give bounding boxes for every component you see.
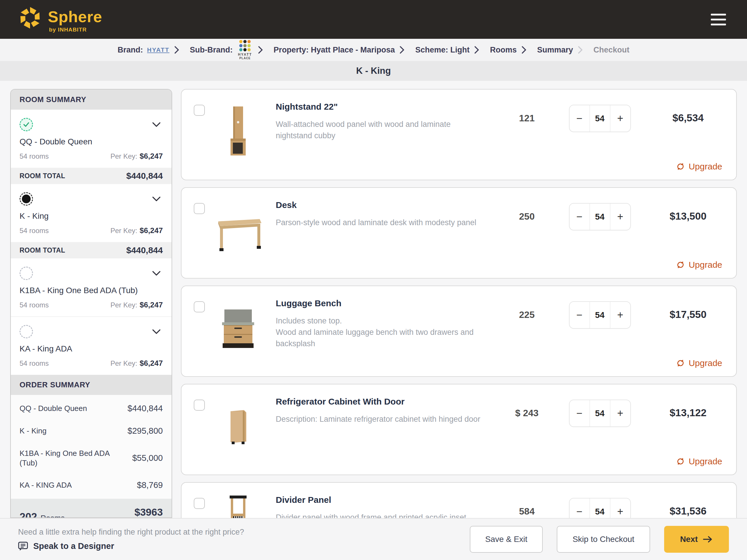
breadcrumb-rooms[interactable]: Rooms xyxy=(490,46,527,55)
room-item-ka[interactable]: KA - King ADA 54 rooms Per Key:$6,247 xyxy=(11,317,172,375)
per-key-value: $6,247 xyxy=(139,300,163,309)
refrigerator-cabinet-image xyxy=(205,384,271,475)
room-count: 54 rooms xyxy=(20,152,49,160)
desk-image xyxy=(205,188,271,278)
brand-label: Brand: xyxy=(118,46,143,55)
per-key-value: $6,247 xyxy=(139,152,163,160)
room-name: QQ - Double Queen xyxy=(20,137,163,146)
upgrade-label: Upgrade xyxy=(689,456,722,466)
room-summary-sidebar: ROOM SUMMARY QQ - Double Queen 54 rooms … xyxy=(10,89,172,518)
refresh-icon xyxy=(676,457,685,466)
breadcrumb-summary[interactable]: Summary xyxy=(537,46,583,55)
chevron-down-icon[interactable] xyxy=(150,120,163,129)
per-key-label: Per Key: xyxy=(110,359,137,367)
app-header: Sphere by INHABITR xyxy=(0,0,747,39)
current-room-icon xyxy=(20,192,33,206)
upgrade-label: Upgrade xyxy=(689,358,722,368)
room-count: 54 rooms xyxy=(20,226,49,235)
summary-label: Summary xyxy=(537,46,573,55)
breadcrumb-checkout: Checkout xyxy=(594,46,629,55)
unit-price: 121 xyxy=(494,89,560,180)
breadcrumb-scheme[interactable]: Scheme: Light xyxy=(415,46,480,55)
per-key-label: Per Key: xyxy=(110,301,137,309)
product-checkbox[interactable] xyxy=(194,400,205,411)
room-name: K - King xyxy=(20,211,163,221)
chevron-right-icon xyxy=(257,46,263,54)
chevron-right-icon xyxy=(473,46,480,54)
order-summary-row: K1BA - King One Bed ADA (Tub) $55,000 xyxy=(11,442,172,474)
sphere-logo-icon xyxy=(18,6,42,30)
quantity-stepper: − 54 + xyxy=(569,203,631,231)
increment-button[interactable]: + xyxy=(611,302,630,328)
chevron-right-icon xyxy=(521,46,527,54)
quantity-stepper: − 54 + xyxy=(569,105,631,132)
product-description: Parson-style wood and laminate desk with… xyxy=(276,217,488,229)
product-list: Nightstand 22" Wall-attached wood panel … xyxy=(181,89,737,560)
product-title: Refrigerator Cabinet With Door xyxy=(276,397,488,407)
upgrade-link[interactable]: Upgrade xyxy=(676,456,722,466)
per-key-label: Per Key: xyxy=(110,226,137,235)
property-label: Property: Hyatt Place - Mariposa xyxy=(274,46,395,55)
chevron-down-icon[interactable] xyxy=(150,327,163,336)
order-summary-row: QQ - Double Queen $440,844 xyxy=(11,397,172,420)
upgrade-link[interactable]: Upgrade xyxy=(676,260,722,270)
chevron-right-icon xyxy=(174,46,179,54)
skip-to-checkout-button[interactable]: Skip to Checkout xyxy=(557,526,650,553)
breadcrumb-subbrand[interactable]: Sub-Brand: HYATT PLACE xyxy=(190,40,263,60)
chat-icon xyxy=(18,542,28,551)
luggage-bench-image xyxy=(205,286,271,376)
subbrand-label: Sub-Brand: xyxy=(190,46,233,55)
decrement-button[interactable]: − xyxy=(570,302,589,328)
product-checkbox[interactable] xyxy=(194,105,205,116)
sphere-logo: Sphere by INHABITR xyxy=(18,6,102,33)
product-checkbox[interactable] xyxy=(194,203,205,214)
decrement-button[interactable]: − xyxy=(570,400,589,426)
product-description: Includes stone top. Wood and laminate lu… xyxy=(276,315,488,349)
quantity-value[interactable]: 54 xyxy=(589,204,611,230)
chevron-right-icon xyxy=(577,46,583,54)
speak-to-designer-link[interactable]: Speak to a Designer xyxy=(18,541,244,551)
increment-button[interactable]: + xyxy=(611,204,630,230)
room-item-k[interactable]: K - King 54 rooms Per Key:$6,247 xyxy=(11,184,172,242)
room-item-qq[interactable]: QQ - Double Queen 54 rooms Per Key:$6,24… xyxy=(11,110,172,168)
nightstand-image xyxy=(205,89,271,180)
product-description: Description: Laminate refrigerator cabin… xyxy=(276,414,488,425)
order-summary-row: K - King $295,800 xyxy=(11,420,172,442)
per-key-value: $6,247 xyxy=(139,226,163,235)
decrement-button[interactable]: − xyxy=(570,204,589,230)
increment-button[interactable]: + xyxy=(611,105,630,132)
room-item-k1ba[interactable]: K1BA - King One Bed ADA (Tub) 54 rooms P… xyxy=(11,259,172,317)
unit-price: 225 xyxy=(494,286,560,376)
breadcrumb-brand[interactable]: Brand: HYATT xyxy=(118,46,179,55)
save-exit-button[interactable]: Save & Exit xyxy=(470,526,543,553)
product-checkbox[interactable] xyxy=(194,301,205,312)
menu-button[interactable] xyxy=(708,11,729,28)
checkout-label: Checkout xyxy=(594,46,629,55)
quantity-value[interactable]: 54 xyxy=(589,400,611,426)
upgrade-link[interactable]: Upgrade xyxy=(676,162,722,171)
increment-button[interactable]: + xyxy=(611,400,630,426)
quantity-value[interactable]: 54 xyxy=(589,105,611,132)
chevron-right-icon xyxy=(399,46,405,54)
order-total-row: 202 Rooms $3963 avg per key xyxy=(11,499,172,518)
hyatt-place-logo: HYATT PLACE xyxy=(238,40,252,60)
unit-price: $ 243 xyxy=(494,384,560,475)
chevron-down-icon[interactable] xyxy=(150,269,163,278)
footer-bar: Need a little extra help finding the rig… xyxy=(0,518,747,560)
pending-room-icon xyxy=(20,267,33,280)
next-button[interactable]: Next xyxy=(664,526,729,553)
quantity-value[interactable]: 54 xyxy=(589,302,611,328)
chevron-down-icon[interactable] xyxy=(150,194,163,204)
breadcrumb: Brand: HYATT Sub-Brand: HYATT PLACE Prop… xyxy=(0,39,747,61)
product-checkbox[interactable] xyxy=(194,498,205,509)
quantity-stepper: − 54 + xyxy=(569,301,631,329)
completed-check-icon xyxy=(20,118,33,131)
hyatt-brand-logo: HYATT xyxy=(147,46,170,53)
product-title: Nightstand 22" xyxy=(276,102,488,112)
breadcrumb-property[interactable]: Property: Hyatt Place - Mariposa xyxy=(274,46,405,55)
upgrade-link[interactable]: Upgrade xyxy=(676,358,722,368)
decrement-button[interactable]: − xyxy=(570,105,589,132)
speak-to-designer-label: Speak to a Designer xyxy=(33,541,114,551)
product-card-luggage-bench: Luggage Bench Includes stone top. Wood a… xyxy=(181,286,737,377)
room-total-row: ROOM TOTAL $440,844 xyxy=(11,242,172,259)
